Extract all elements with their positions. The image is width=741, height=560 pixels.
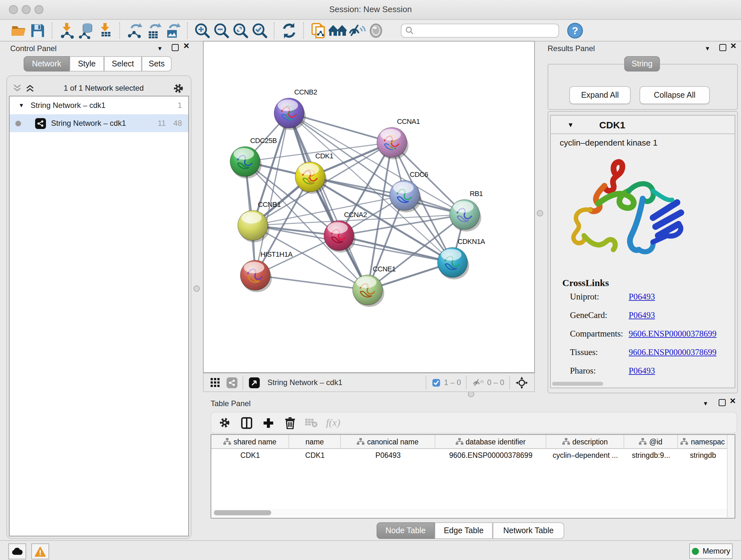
help-button[interactable]: ? — [565, 21, 585, 39]
expand-all-icon[interactable] — [25, 84, 35, 92]
gray-eye-icon — [367, 22, 384, 39]
save-session-button[interactable] — [28, 21, 47, 39]
network-edge-CCNB2-CCNE1[interactable] — [289, 113, 367, 290]
refresh-network-button[interactable] — [280, 21, 299, 39]
selected-checkbox-icon[interactable] — [432, 378, 440, 387]
card-hscroll-thumb[interactable] — [552, 382, 603, 386]
node-table[interactable]: shared namenamecanonical namedatabase id… — [211, 434, 735, 518]
collection-count: 1 — [178, 101, 182, 110]
delete-column-button[interactable] — [279, 414, 300, 432]
tab-select[interactable]: Select — [104, 56, 142, 71]
delete-table-button[interactable] — [300, 414, 322, 432]
import-table-button[interactable] — [96, 21, 115, 39]
table-vscrollbar[interactable] — [727, 435, 735, 517]
crosslink-link[interactable]: P06493 — [629, 366, 655, 376]
network-node-CCNA1[interactable]: CCNA1 — [377, 118, 420, 159]
crosslink-link[interactable]: 9606.ENSP00000378699 — [629, 329, 717, 339]
warning-status-button[interactable] — [31, 543, 49, 559]
import-network-database-button[interactable] — [77, 21, 96, 39]
network-edge-HIST1H1A-CCNE1[interactable] — [255, 275, 367, 290]
column-header-canonical-name[interactable]: canonical name — [341, 435, 435, 448]
search-input[interactable] — [414, 26, 555, 35]
zoom-out-button[interactable] — [212, 21, 231, 39]
table-panel-close-button[interactable]: ✕ — [730, 398, 736, 404]
control-panel-close-button[interactable]: ✕ — [183, 43, 190, 49]
tab-network[interactable]: Network — [23, 56, 70, 71]
memory-button[interactable]: Memory — [689, 543, 733, 559]
hide-results-button[interactable] — [347, 21, 366, 39]
crosslink-link[interactable]: 9606.ENSP00000378699 — [629, 348, 717, 358]
table-cell[interactable]: stringdb — [678, 449, 728, 462]
table-cell[interactable]: CDK1 — [289, 449, 341, 462]
table-settings-button[interactable] — [214, 414, 235, 432]
tab-network-table[interactable]: Network Table — [493, 522, 564, 539]
table-cell[interactable]: 9606.ENSP00000378699 — [435, 449, 546, 462]
column-header-database-identifier[interactable]: database identifier — [435, 435, 546, 448]
column-header-description[interactable]: description — [546, 435, 624, 448]
results-panel-close-button[interactable]: ✕ — [730, 43, 737, 49]
tab-string-results[interactable]: String — [624, 56, 660, 71]
card-collapse-caret-icon[interactable]: ▼ — [567, 121, 574, 128]
network-options-gear-icon[interactable] — [173, 83, 184, 94]
grid-view-icon[interactable] — [210, 377, 220, 388]
zoom-in-button[interactable] — [193, 21, 212, 39]
column-header-name[interactable]: name — [289, 435, 341, 448]
results-panel-float-button[interactable] — [719, 44, 726, 51]
network-row-selected[interactable]: String Network – cdk1 11 48 — [10, 114, 188, 132]
export-table-button[interactable] — [144, 21, 163, 39]
collapse-all-icon[interactable] — [13, 84, 22, 92]
zoom-selected-button[interactable] — [250, 21, 269, 39]
network-node-CDKN1A[interactable]: CDKN1A — [437, 238, 485, 279]
crosslink-link[interactable]: P06493 — [629, 310, 655, 320]
add-column-button[interactable] — [257, 414, 279, 432]
zoom-fit-button[interactable] — [231, 21, 250, 39]
table-panel-float-button[interactable] — [719, 399, 726, 406]
cloud-status-button[interactable] — [8, 543, 26, 559]
node-label-CDK1: CDK1 — [315, 152, 333, 160]
network-node-CCNB2[interactable]: CCNB2 — [274, 88, 317, 130]
cdk1-card-header[interactable]: ▼ CDK1 — [551, 116, 735, 134]
table-cell[interactable]: stringdb:9... — [624, 449, 678, 462]
tree-expand-caret-icon[interactable]: ▼ — [18, 102, 24, 109]
open-session-button[interactable] — [9, 21, 28, 39]
expand-all-button[interactable]: Expand All — [569, 86, 630, 104]
export-image-button[interactable] — [163, 21, 183, 39]
tab-style[interactable]: Style — [70, 56, 104, 71]
table-cell[interactable]: cyclin–dependent ... — [546, 449, 624, 462]
left-splitter-handle[interactable] — [193, 286, 200, 292]
right-splitter-handle[interactable] — [537, 210, 543, 216]
table-panel-menu-caret-icon[interactable]: ▼ — [703, 400, 709, 407]
tab-edge-table[interactable]: Edge Table — [434, 522, 493, 539]
export-network-button[interactable] — [125, 21, 144, 39]
column-header-namespac[interactable]: namespac — [678, 435, 728, 448]
results-panel-menu-caret-icon[interactable]: ▼ — [704, 45, 711, 52]
show-columns-button[interactable] — [235, 414, 257, 432]
function-builder-button[interactable]: f(x) — [322, 414, 344, 432]
table-hscrollbar[interactable] — [211, 509, 727, 516]
control-panel-menu-caret-icon[interactable]: ▼ — [157, 45, 163, 52]
import-network-file-button[interactable] — [57, 21, 77, 39]
crosslink-link[interactable]: P06493 — [629, 292, 655, 302]
show-results-button[interactable] — [366, 21, 386, 39]
network-node-HIST1H1A[interactable]: HIST1H1A — [240, 250, 293, 292]
network-share-view-icon[interactable] — [226, 377, 238, 388]
open-in-window-icon[interactable] — [249, 377, 260, 388]
column-header-shared-name[interactable]: shared name — [211, 435, 289, 448]
table-cell[interactable]: CDK1 — [211, 449, 289, 462]
tab-node-table[interactable]: Node Table — [377, 522, 434, 539]
collapse-all-button[interactable]: Collapse All — [639, 86, 710, 104]
network-canvas[interactable]: CCNB2CCNA1CDC25BCDK1CDC6RB1CCNB1CCNA2CDK… — [203, 41, 535, 373]
string-home-button[interactable] — [328, 21, 347, 39]
node-label-CCNB1: CCNB1 — [258, 200, 281, 208]
control-panel-float-button[interactable] — [172, 44, 179, 51]
string-protein-query-button[interactable] — [309, 21, 328, 39]
network-collection-row[interactable]: ▼ String Network – cdk1 1 — [10, 97, 188, 114]
tab-sets[interactable]: Sets — [142, 56, 172, 71]
network-node-RB1[interactable]: RB1 — [450, 190, 483, 232]
network-graph[interactable]: CCNB2CCNA1CDC25BCDK1CDC6RB1CCNB1CCNA2CDK… — [204, 42, 534, 372]
search-field[interactable] — [401, 23, 559, 37]
column-header-@id[interactable]: @id — [624, 435, 678, 448]
table-cell[interactable]: P06493 — [341, 449, 435, 462]
fit-content-crosshair-icon[interactable] — [516, 376, 528, 388]
table-row[interactable]: CDK1CDK1P064939606.ENSP00000378699cyclin… — [211, 449, 735, 462]
